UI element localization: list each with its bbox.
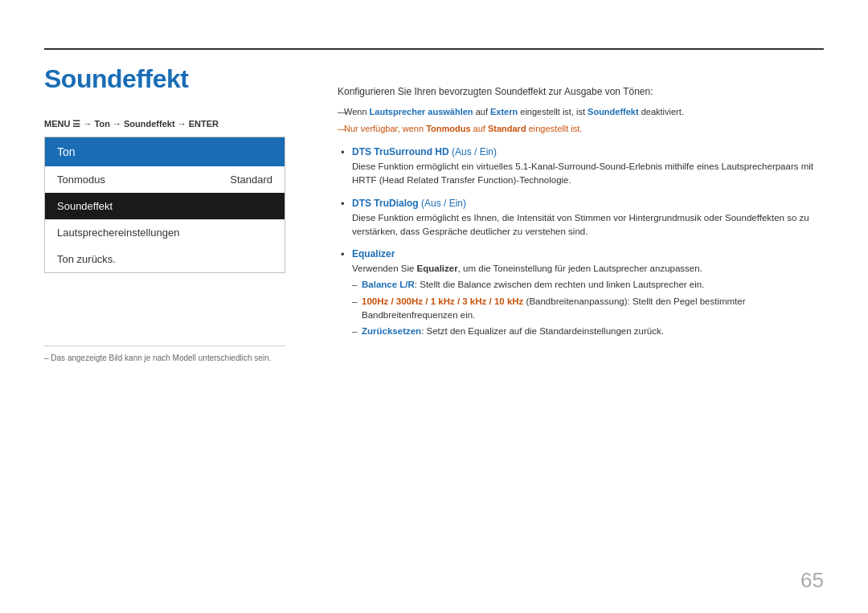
menu-label: MENU [44, 119, 70, 129]
menu-item-value: Standard [230, 174, 272, 186]
menu-item-soundeffekt[interactable]: Soundeffekt [45, 193, 285, 219]
menu-header: Ton [45, 137, 285, 166]
menu-item-lautsprecher[interactable]: Lautsprechereinstellungen [45, 219, 285, 246]
bullet-dts-trusurround: DTS TruSurround HD (Aus / Ein) Diese Fun… [338, 146, 824, 188]
intro-text: Konfigurieren Sie Ihren bevorzugten Soun… [338, 84, 824, 99]
bullet-equalizer: Equalizer Verwenden Sie Equalizer, um di… [338, 248, 824, 338]
bullet-title-equalizer: Equalizer [352, 248, 824, 260]
bullet-dts-trudialog: DTS TruDialog (Aus / Ein) Diese Funktion… [338, 198, 824, 239]
page-title: Soundeffekt [44, 64, 188, 94]
note-2: Nur verfügbar, wenn Tonmodus auf Standar… [338, 122, 824, 136]
bullet-desc-trudialog: Diese Funktion ermöglicht es Ihnen, die … [352, 211, 824, 239]
menu-item-ton-zuruck[interactable]: Ton zurücks. [45, 246, 285, 272]
page-number: 65 [800, 568, 824, 593]
note-1: Wenn Lautsprecher auswählen auf Extern e… [338, 105, 824, 119]
menu-item-label: Lautsprechereinstellungen [57, 227, 180, 239]
bullet-desc-trusurround: Diese Funktion ermöglicht ein virtuelles… [352, 160, 824, 188]
sub-bullet-hz: 100Hz / 300Hz / 1 kHz / 3 kHz / 10 kHz (… [352, 295, 824, 323]
bullet-title-trudialog: DTS TruDialog (Aus / Ein) [352, 198, 824, 209]
bullet-desc-equalizer: Verwenden Sie Equalizer, um die Toneinst… [352, 262, 824, 276]
menu-icon: ☰ [72, 119, 80, 129]
top-divider [44, 48, 824, 50]
menu-item-label: Ton zurücks. [57, 253, 116, 265]
menu-item-tonmodus[interactable]: Tonmodus Standard [45, 166, 285, 193]
right-content: Konfigurieren Sie Ihren bevorzugten Soun… [338, 84, 824, 348]
image-note: – Das angezeigte Bild kann je nach Model… [44, 353, 271, 362]
menu-panel: Ton Tonmodus Standard Soundeffekt Lautsp… [44, 137, 285, 273]
menu-path-text: → Ton → Soundeffekt → ENTER [84, 119, 219, 129]
menu-path: MENU ☰ → Ton → Soundeffekt → ENTER [44, 119, 219, 129]
menu-item-label: Tonmodus [57, 174, 105, 186]
sub-bullet-balance: Balance L/R: Stellt die Balance zwischen… [352, 278, 824, 292]
menu-item-label: Soundeffekt [57, 200, 113, 212]
sub-bullet-reset: Zurücksetzen: Setzt den Equalizer auf di… [352, 325, 824, 338]
bullet-title-trusurround: DTS TruSurround HD (Aus / Ein) [352, 146, 824, 157]
bullet-section: DTS TruSurround HD (Aus / Ein) Diese Fun… [338, 146, 824, 338]
menu-divider [44, 345, 285, 346]
